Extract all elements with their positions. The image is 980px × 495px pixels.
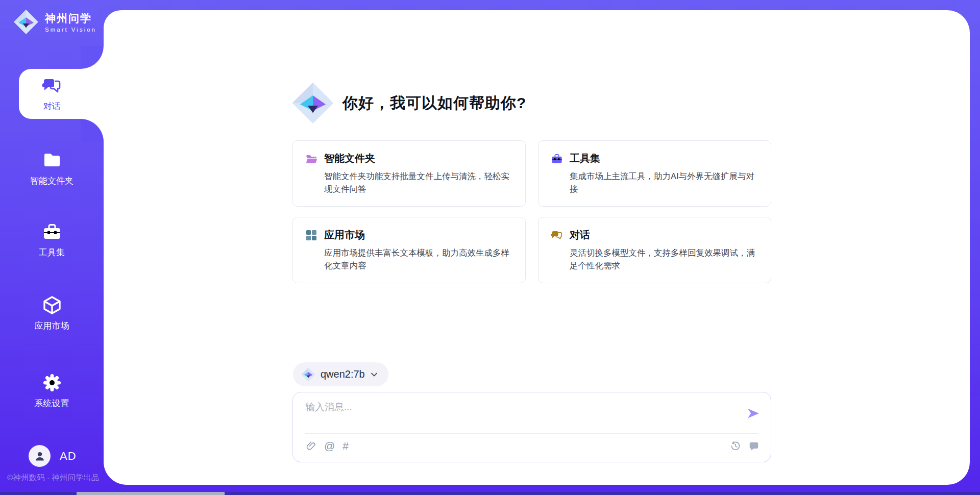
mention-icon[interactable]: @ xyxy=(324,440,335,452)
composer-divider xyxy=(305,433,758,434)
gear-icon xyxy=(42,373,62,393)
card-title: 对话 xyxy=(570,228,590,242)
feedback-icon[interactable] xyxy=(748,440,760,452)
greeting: 你好，我可以如何帮助你? xyxy=(291,82,526,125)
sidebar-item-label: 应用市场 xyxy=(35,320,69,332)
composer-tools: @ # xyxy=(305,440,349,452)
sidebar: 神州问学 Smart Vision 对话 智能文件夹 工具集 应用市场 系统设置 xyxy=(0,0,104,495)
card-title: 工具集 xyxy=(570,152,600,165)
send-icon[interactable] xyxy=(745,406,761,421)
card-toolset[interactable]: 工具集 集成市场上主流工具，助力AI与外界无缝扩展与对接 xyxy=(538,140,771,207)
brand-subtitle: Smart Vision xyxy=(45,27,96,33)
sidebar-item-smart-folder[interactable]: 智能文件夹 xyxy=(0,150,104,187)
folder-open-icon xyxy=(305,153,317,165)
card-app-market[interactable]: 应用市场 应用市场提供丰富长文本模板，助力高效生成多样化文章内容 xyxy=(292,217,526,283)
model-logo-icon xyxy=(301,367,315,382)
toolbox-icon xyxy=(551,153,563,165)
folder-icon xyxy=(42,150,62,170)
brand-name: 神州问学 xyxy=(45,11,96,26)
card-description: 灵活切换多模型文件，支持多样回复效果调试，满足个性化需求 xyxy=(570,246,758,272)
sidebar-item-label: 工具集 xyxy=(39,246,65,258)
main-panel: 你好，我可以如何帮助你? 智能文件夹 智能文件夹功能支持批量文件上传与清洗，轻松… xyxy=(104,10,970,485)
composer-actions xyxy=(730,440,760,452)
brand-logo-icon xyxy=(13,9,39,35)
chevron-down-icon xyxy=(370,370,378,379)
message-composer: @ # xyxy=(292,392,771,462)
history-icon[interactable] xyxy=(730,440,741,452)
sidebar-item-toolset[interactable]: 工具集 xyxy=(0,221,104,258)
attach-icon[interactable] xyxy=(305,440,316,452)
feature-cards: 智能文件夹 智能文件夹功能支持批量文件上传与清洗，轻松实现文件问答 工具集 集成… xyxy=(292,140,771,283)
model-name: qwen2:7b xyxy=(321,368,365,380)
sidebar-item-label: 对话 xyxy=(43,101,61,112)
sidebar-item-label: 智能文件夹 xyxy=(30,175,74,187)
card-description: 集成市场上主流工具，助力AI与外界无缝扩展与对接 xyxy=(570,170,758,195)
card-chat[interactable]: 对话 灵活切换多模型文件，支持多样回复效果调试，满足个性化需求 xyxy=(538,217,771,283)
cube-icon xyxy=(42,295,62,315)
grid-icon xyxy=(305,229,317,241)
brand: 神州问学 Smart Vision xyxy=(13,9,96,35)
model-selector[interactable]: qwen2:7b xyxy=(293,362,388,386)
chat-icon xyxy=(42,76,62,96)
card-title: 智能文件夹 xyxy=(324,152,375,165)
person-icon xyxy=(33,450,46,463)
chat-bubbles-icon xyxy=(551,229,563,241)
card-title: 应用市场 xyxy=(324,228,365,242)
copyright-footer: ©神州数码 · 神州问学出品 xyxy=(7,473,104,483)
sidebar-item-app-market[interactable]: 应用市场 xyxy=(0,295,104,332)
sidebar-item-chat[interactable]: 对话 xyxy=(0,76,104,112)
user-initials: AD xyxy=(60,450,77,463)
horizontal-scrollbar-track xyxy=(0,492,980,495)
card-description: 应用市场提供丰富长文本模板，助力高效生成多样化文章内容 xyxy=(324,246,513,272)
card-description: 智能文件夹功能支持批量文件上传与清洗，轻松实现文件问答 xyxy=(324,170,513,195)
sidebar-item-label: 系统设置 xyxy=(35,398,69,409)
user-row[interactable]: AD xyxy=(29,445,77,467)
toolbox-icon xyxy=(42,221,62,242)
hash-icon[interactable]: # xyxy=(342,440,349,452)
message-input[interactable] xyxy=(305,402,724,413)
tab-curve-top xyxy=(81,46,104,69)
greeting-title: 你好，我可以如何帮助你? xyxy=(342,93,526,114)
horizontal-scrollbar-thumb[interactable] xyxy=(77,492,225,495)
assistant-logo-icon xyxy=(291,82,334,125)
sidebar-item-settings[interactable]: 系统设置 xyxy=(0,373,104,409)
avatar[interactable] xyxy=(29,445,51,467)
card-smart-folder[interactable]: 智能文件夹 智能文件夹功能支持批量文件上传与清洗，轻松实现文件问答 xyxy=(292,140,526,207)
tab-curve-bottom xyxy=(81,119,104,142)
